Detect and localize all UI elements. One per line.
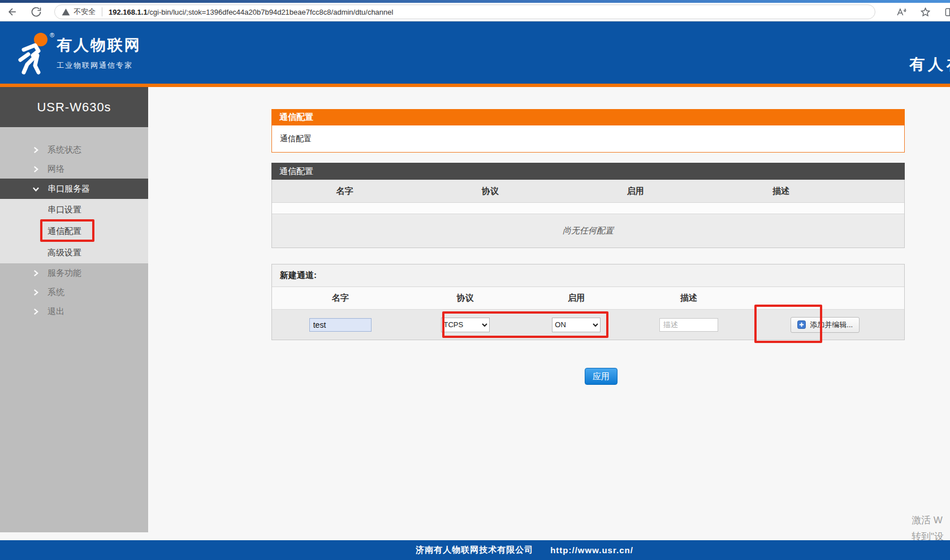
- enable-select[interactable]: ON: [552, 318, 601, 332]
- add-icon: [797, 320, 806, 329]
- security-label[interactable]: 不安全: [74, 7, 96, 17]
- table-title: 通信配置: [271, 163, 905, 180]
- sidebar-item-serial-server[interactable]: 串口服务器: [0, 179, 148, 199]
- column-header-protocol: 协议: [417, 186, 563, 197]
- table-empty-state: 尚无任何配置: [272, 214, 904, 248]
- browser-toolbar: 不安全 192.168.1.1/cgi-bin/luci/;stok=1396d…: [0, 3, 950, 21]
- sidebar-item-label: 网络: [48, 164, 64, 175]
- column-header-protocol: 协议: [408, 293, 521, 303]
- column-header-name: 名字: [272, 186, 417, 197]
- usr-logo-icon: ®: [16, 31, 57, 75]
- new-channel-form-row: TCPS ON 添加并编辑...: [272, 310, 904, 340]
- apply-button[interactable]: 应用: [585, 368, 618, 385]
- favorites-star-icon[interactable]: [920, 7, 931, 18]
- sidebar: USR-W630s 系统状态 网络 串口服务器 串口设置 通信配置 高级设置 服…: [0, 87, 148, 532]
- channel-table-section: 通信配置 名字 协议 启用 描述 尚无任何配置: [271, 163, 905, 248]
- address-bar[interactable]: 不安全 192.168.1.1/cgi-bin/luci/;stok=1396d…: [54, 5, 875, 19]
- footer-company: 济南有人物联网技术有限公司: [416, 545, 533, 555]
- footer: 济南有人物联网技术有限公司 http://www.usr.cn/: [0, 540, 950, 560]
- header-slogan: 有人在认: [909, 54, 950, 75]
- url-domain: 192.168.1.1: [109, 8, 148, 16]
- read-aloud-icon[interactable]: [896, 7, 906, 18]
- page-title-section: 通信配置 通信配置: [271, 109, 905, 153]
- footer-website[interactable]: http://www.usr.cn/: [550, 545, 633, 555]
- refresh-icon[interactable]: [31, 6, 42, 18]
- url-text[interactable]: 192.168.1.1/cgi-bin/luci/;stok=1396dfec4…: [109, 8, 393, 16]
- breadcrumb: 通信配置: [271, 125, 905, 153]
- toolbar-right-icons: [896, 3, 950, 21]
- sidebar-item-communication-config[interactable]: 通信配置: [0, 220, 148, 242]
- new-channel-label: 新建通道:: [272, 264, 904, 287]
- protocol-select[interactable]: TCPS: [441, 318, 490, 332]
- sidebar-item-system[interactable]: 系统: [0, 283, 148, 302]
- brand-block: 有人物联网 工业物联网通信专家: [57, 35, 141, 71]
- site-header: ® 有人物联网 工业物联网通信专家 有人在认: [0, 21, 950, 84]
- chevron-right-icon: [33, 289, 39, 296]
- sidebar-item-label: 通信配置: [48, 226, 81, 237]
- sidebar-item-logout[interactable]: 退出: [0, 302, 148, 321]
- sidebar-item-label: 系统状态: [48, 145, 81, 155]
- sidebar-item-label: 串口设置: [48, 205, 81, 215]
- sidebar-submenu: 串口设置 通信配置 高级设置: [0, 199, 148, 263]
- sidebar-item-label: 高级设置: [48, 248, 81, 258]
- column-header-enable: 启用: [563, 186, 708, 197]
- watermark-line1: 激活 W: [912, 512, 950, 528]
- not-secure-warning-icon: [62, 8, 70, 16]
- column-header-name: 名字: [272, 293, 408, 303]
- sidebar-item-advanced-settings[interactable]: 高级设置: [0, 242, 148, 263]
- chevron-right-icon: [33, 147, 39, 153]
- chevron-right-icon: [33, 270, 39, 276]
- sidebar-item-system-status[interactable]: 系统状态: [0, 140, 148, 159]
- sidebar-spacer: [0, 127, 148, 140]
- new-channel-section: 新建通道: 名字 协议 启用 描述 TCPS ON: [271, 264, 905, 340]
- chevron-right-icon: [33, 166, 39, 172]
- back-icon[interactable]: [7, 6, 18, 18]
- channel-name-input[interactable]: [309, 318, 372, 332]
- sidebar-item-label: 系统: [48, 287, 64, 298]
- chevron-down-icon: [33, 186, 39, 192]
- sidebar-item-network[interactable]: 网络: [0, 159, 148, 179]
- new-channel-header-row: 名字 协议 启用 描述: [272, 287, 904, 310]
- sidebar-item-label: 退出: [48, 306, 64, 317]
- sidebar-item-label: 串口服务器: [48, 184, 90, 194]
- url-path: /cgi-bin/luci/;stok=1396dfec44a20b7b94d2…: [148, 8, 394, 16]
- split-screen-icon[interactable]: [944, 7, 950, 18]
- add-and-edit-button[interactable]: 添加并编辑...: [791, 317, 860, 333]
- brand-subtitle: 工业物联网通信专家: [57, 60, 141, 71]
- page-body: USR-W630s 系统状态 网络 串口服务器 串口设置 通信配置 高级设置 服…: [0, 87, 950, 560]
- channel-table: 名字 协议 启用 描述 尚无任何配置: [271, 180, 905, 248]
- sidebar-item-label: 服务功能: [48, 268, 81, 279]
- device-name: USR-W630s: [0, 87, 148, 127]
- chevron-right-icon: [33, 309, 39, 315]
- table-header-row: 名字 协议 启用 描述: [272, 180, 904, 202]
- address-separator: [102, 7, 102, 16]
- sidebar-item-service-functions[interactable]: 服务功能: [0, 263, 148, 283]
- sidebar-lower-group: 服务功能 系统 退出: [0, 263, 148, 532]
- description-input[interactable]: [659, 318, 718, 332]
- column-header-description: 描述: [631, 293, 746, 303]
- column-header-description: 描述: [708, 186, 853, 197]
- page-title: 通信配置: [271, 109, 905, 125]
- svg-text:®: ®: [50, 32, 54, 38]
- sidebar-item-serial-settings[interactable]: 串口设置: [0, 199, 148, 220]
- column-header-enable: 启用: [522, 293, 631, 303]
- brand-name: 有人物联网: [57, 35, 141, 55]
- add-and-edit-label: 添加并编辑...: [810, 320, 853, 330]
- table-blank-row: [272, 202, 904, 214]
